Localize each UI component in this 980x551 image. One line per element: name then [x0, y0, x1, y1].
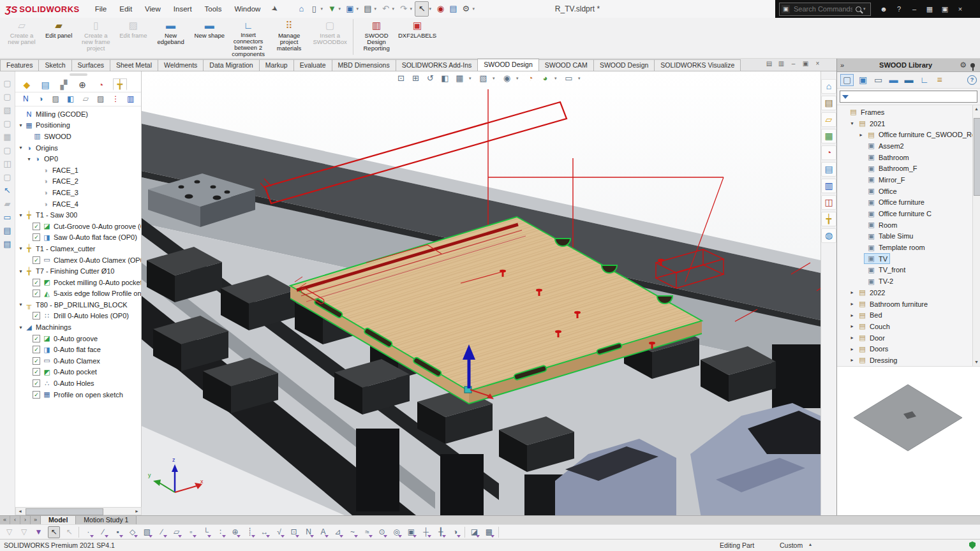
pin-menu-icon[interactable]: ➤ — [270, 3, 280, 14]
filter-datum-targets-icon[interactable]: ⊙ — [376, 527, 387, 538]
dropdown-caret-icon[interactable]: ▾ — [554, 76, 560, 81]
tree-item-face-1[interactable]: ◑FACE_1 — [15, 165, 141, 176]
dropdown-caret-icon[interactable]: ▾ — [469, 76, 474, 81]
scrollbar-thumb[interactable] — [26, 508, 103, 515]
expand-arrow-icon[interactable]: ▸ — [849, 323, 856, 329]
configurationmanager-tab-icon[interactable]: ▞ — [57, 80, 70, 90]
expand-arrow-icon[interactable]: ▾ — [26, 156, 33, 162]
auto-hide-pin-icon[interactable] — [970, 63, 975, 68]
tab-sheet-metal[interactable]: Sheet Metal — [110, 59, 158, 71]
edit-component-icon[interactable]: ▰ — [4, 197, 11, 210]
edit-frame-button[interactable]: ▨Edit frame — [116, 18, 150, 55]
tree-item-0-auto-groove[interactable]: ✓◪0-Auto groove — [15, 333, 141, 344]
filter-annotations-icon[interactable]: A — [318, 527, 329, 538]
scrollbar-track[interactable] — [973, 113, 980, 358]
view-preset-2-icon[interactable]: ▢ — [3, 90, 11, 103]
insert-swoodbox-button[interactable]: ▢Insert a SWOODBox — [309, 18, 350, 55]
dropdown-caret-icon[interactable]: ▾ — [578, 76, 583, 81]
machine-simulation-icon[interactable]: ◑ — [36, 94, 47, 103]
tree-item-machinings[interactable]: ▾◢Machinings — [15, 321, 141, 333]
checkbox-checked[interactable]: ✓ — [33, 368, 40, 376]
tab-weldments[interactable]: Weldments — [158, 59, 204, 71]
tree-item-origins[interactable]: ▾◑Origins — [15, 142, 141, 154]
tab-data-migration[interactable]: Data Migration — [203, 59, 259, 71]
filter-speedpak-icon[interactable]: ◪ — [469, 527, 480, 538]
tree-item-face-3[interactable]: ◑FACE_3 — [15, 187, 141, 198]
display-style-icon[interactable]: ▧ — [478, 73, 489, 83]
close-icon[interactable]: × — [953, 0, 968, 18]
view-settings-icon[interactable]: ▭ — [563, 73, 574, 83]
library-item-bed[interactable]: ▸▤Bed — [837, 309, 980, 321]
library-item-tv[interactable]: ▣TV — [837, 253, 980, 265]
library-item-tv-front[interactable]: ▣TV_front — [837, 265, 980, 276]
dropdown-caret-icon[interactable]: ▾ — [338, 6, 343, 11]
library-filter-box[interactable] — [840, 91, 977, 103]
filter-datums-icon[interactable]: ⊿ — [332, 527, 343, 538]
view-preset-7-icon[interactable]: ◫ — [3, 157, 11, 170]
filter-sketch-segments-icon[interactable]: └ — [200, 527, 211, 538]
create-panel-button[interactable]: ▱Create a new panel — [1, 18, 42, 55]
tree-item-t1-saw-300[interactable]: ▾╈T1 - Saw 300 — [15, 209, 141, 221]
tree-item-saw-0-auto-flat-face-op0[interactable]: ✓◨Saw 0-Auto flat face (OP0) — [15, 232, 141, 244]
library-panels-tab-icon[interactable]: ▣ — [857, 75, 869, 85]
view-palette-icon[interactable]: ▦ — [821, 129, 836, 143]
tree-item-clamex-0-auto-clamex-op0[interactable]: ✓▭Clamex 0-Auto Clamex (OP0) — [15, 254, 141, 266]
checkbox-checked[interactable]: ✓ — [33, 233, 40, 241]
filter-faces-icon[interactable]: ▪ — [112, 527, 123, 538]
swood-reports-tab-icon[interactable]: ◫ — [821, 195, 836, 210]
tree-item-0-auto-clamex[interactable]: ✓▭0-Auto Clamex — [15, 355, 141, 367]
featuremanager-horizontal-scrollbar[interactable]: ◄ ► — [15, 507, 142, 515]
library-item-mirror-f[interactable]: ▣Mirror_F — [837, 174, 980, 186]
expand-arrow-icon[interactable]: ▾ — [17, 325, 24, 330]
swood-design-reporting-button[interactable]: ▥SWOOD Design Reporting — [356, 18, 397, 55]
filter-blocks-icon[interactable]: ▣ — [406, 527, 417, 538]
expand-arrow-icon[interactable]: ▾ — [17, 302, 24, 307]
expand-arrow-icon[interactable]: ▸ — [849, 357, 856, 363]
filter-notes-icon[interactable]: N — [303, 527, 314, 538]
tree-item-profile-on-open-sketch[interactable]: ✓▦Profile on open sketch — [15, 389, 141, 400]
tab-features[interactable]: Features — [0, 59, 39, 71]
dimxpertmanager-tab-icon[interactable]: ⊕ — [76, 80, 89, 90]
filter-selection-sets-icon[interactable]: ▩ — [484, 527, 494, 538]
tree-item-t1-clamex-cutter[interactable]: ▾╈T1 - Clamex_cutter — [15, 243, 141, 254]
zoom-fit-icon[interactable]: ⊡ — [396, 73, 406, 83]
library-item-office-furniture[interactable]: ▣Office furniture — [837, 197, 980, 209]
filter-mates-icon[interactable]: ◑ — [450, 527, 461, 538]
tab-solidworks-visualize[interactable]: SOLIDWORKS Visualize — [654, 59, 741, 71]
library-item-dressing[interactable]: ▸▤Dressing — [837, 355, 980, 366]
view-orientation-icon[interactable]: ▦ — [454, 73, 465, 83]
tab-last-button[interactable]: » — [31, 516, 41, 524]
new-edgeband-button[interactable]: ▬New edgeband — [151, 18, 191, 55]
hide-show-items-icon[interactable]: ◉ — [501, 73, 512, 83]
filter-center-marks-icon[interactable]: ⊕ — [230, 527, 241, 538]
graphics-viewport[interactable]: z x y ⊡⊞↺◧▦▾▧▾◉▾◔◕▾▭▾ — [142, 71, 820, 515]
create-frame-project-button[interactable]: ▯Create a new frame project — [75, 18, 116, 55]
tab-sketch[interactable]: Sketch — [38, 59, 71, 71]
filter-weld-symbols-icon[interactable]: ~ — [347, 527, 358, 538]
tab-prev-button[interactable]: ‹ — [10, 516, 20, 524]
library-item-couch[interactable]: ▸▤Couch — [837, 321, 980, 332]
search-icon[interactable] — [856, 6, 861, 12]
filter-routing-points-icon[interactable]: ╂ — [435, 527, 446, 538]
custom-properties-icon[interactable]: ▤ — [821, 162, 836, 177]
library-item-table-simu[interactable]: ▣Table Simu — [837, 231, 980, 242]
filter-solid-bodies-icon[interactable]: ▧ — [142, 527, 152, 538]
library-item-doors[interactable]: ▸▤Doors — [837, 343, 980, 355]
tree-item-0-auto-holes[interactable]: ✓∴0-Auto Holes — [15, 378, 141, 389]
library-materials-tab-icon[interactable]: ≡ — [933, 75, 946, 85]
checkbox-checked[interactable]: ✓ — [33, 357, 40, 365]
expand-arrow-icon[interactable]: ▸ — [849, 335, 856, 341]
new-shape-button[interactable]: ▬New shape — [191, 18, 228, 55]
library-settings-gear-icon[interactable]: ⚙ — [960, 61, 967, 70]
manage-project-materials-button[interactable]: ⠿Manage project materials — [269, 18, 309, 55]
tree-item-positioning[interactable]: ▾▦Positioning — [15, 120, 141, 131]
checkbox-checked[interactable]: ✓ — [33, 379, 40, 387]
checkbox-checked[interactable]: ✓ — [33, 256, 40, 264]
file-explorer-icon[interactable]: ▱ — [821, 112, 836, 127]
select-entities-icon[interactable]: ↖ — [4, 184, 11, 197]
filter-dimensions-icon[interactable]: ↔ — [259, 527, 270, 538]
view-preset-8-icon[interactable]: ▢ — [3, 170, 11, 184]
insert-connectors-button[interactable]: ∟Insert connectors between 2 components — [228, 18, 269, 55]
library-item-tv-2[interactable]: ▣TV-2 — [837, 276, 980, 287]
search-commands-input[interactable] — [792, 4, 854, 13]
